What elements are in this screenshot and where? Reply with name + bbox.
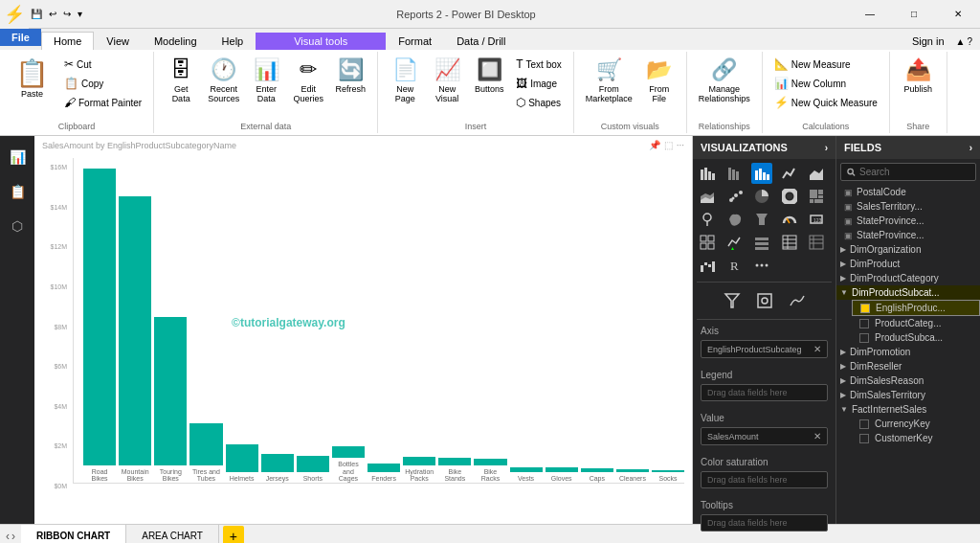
bar-group[interactable]: Bike Racks	[474, 459, 506, 483]
tab-data-drill[interactable]: Data / Drill	[444, 32, 518, 50]
chart-more-icon[interactable]: ···	[677, 140, 684, 150]
axis-field-drop[interactable]: EnglishProductSubcateg ✕	[701, 340, 828, 358]
field-item-salesterritory[interactable]: ▣ SalesTerritory...	[836, 199, 980, 214]
viz-icon-pie[interactable]	[751, 186, 772, 207]
viz-icon-slicer[interactable]	[751, 232, 772, 253]
tab-home[interactable]: Home	[41, 32, 94, 50]
bar-group[interactable]: Shorts	[297, 456, 329, 483]
viz-icon-clustered-bar[interactable]	[751, 163, 772, 184]
group-dimorganization[interactable]: ▶ DimOrganization	[836, 242, 980, 257]
minimize-button[interactable]: —	[848, 0, 892, 29]
cut-button[interactable]: ✂ Cut	[60, 56, 145, 73]
viz-icon-table[interactable]	[779, 232, 800, 253]
field-item-currencykey[interactable]: CurrencyKey	[852, 417, 980, 431]
nav-right-icon[interactable]: ›	[11, 530, 15, 543]
group-dimproductcategory[interactable]: ▶ DimProductCategory	[836, 271, 980, 285]
new-page-button[interactable]: 📄 NewPage	[386, 56, 424, 105]
viz-icon-area[interactable]	[806, 163, 827, 184]
edit-queries-button[interactable]: ✏ EditQueries	[289, 56, 327, 105]
new-measure-button[interactable]: 📐 New Measure	[770, 56, 881, 73]
get-data-button[interactable]: 🗄 GetData	[162, 56, 200, 105]
viz-format-icon[interactable]	[752, 288, 777, 313]
tab-visual-tools[interactable]: Visual tools	[256, 33, 386, 50]
save-icon[interactable]: 💾	[29, 8, 44, 20]
viz-icon-stacked-area[interactable]	[697, 186, 718, 207]
shapes-button[interactable]: ⬡ Shapes	[512, 94, 566, 111]
viz-icon-treemap[interactable]	[806, 186, 827, 207]
add-page-button[interactable]: +	[223, 526, 244, 544]
bar-group[interactable]: Bottles and Cages	[332, 446, 365, 483]
nav-left-icon[interactable]: ‹	[6, 530, 10, 543]
group-dimproductsubcat[interactable]: ▼ DimProductSubcat...	[836, 285, 980, 300]
sidebar-icon-report[interactable]: 📊	[4, 144, 31, 170]
tab-help[interactable]: Help	[210, 32, 256, 50]
viz-icon-donut[interactable]	[779, 186, 800, 207]
tab-view[interactable]: View	[94, 32, 142, 50]
bar-group[interactable]: Helmets	[226, 444, 258, 483]
image-button[interactable]: 🖼 Image	[512, 75, 566, 92]
bar-group[interactable]: Cleaners	[616, 469, 649, 483]
viz-analytics-icon[interactable]	[785, 288, 810, 313]
text-box-button[interactable]: T Text box	[512, 56, 566, 73]
publish-button[interactable]: 📤 Publish	[899, 56, 937, 96]
viz-icon-gauge[interactable]	[779, 209, 800, 230]
bar-group[interactable]: Hydration Packs	[403, 457, 435, 483]
search-input[interactable]	[859, 167, 969, 177]
from-file-button[interactable]: 📂 FromFile	[640, 56, 679, 105]
viz-icon-card[interactable]: 123	[806, 209, 827, 230]
redo-icon[interactable]: ↪	[61, 8, 73, 20]
tooltips-drop[interactable]: Drag data fields here	[701, 514, 828, 532]
format-painter-button[interactable]: 🖌 Format Painter	[60, 94, 145, 111]
sidebar-icon-data[interactable]: 📋	[4, 178, 31, 205]
tab-format[interactable]: Format	[386, 32, 444, 50]
close-button[interactable]: ✕	[936, 0, 980, 29]
field-item-stateprovince2[interactable]: ▣ StateProvince...	[836, 228, 980, 242]
viz-filter-icon[interactable]	[720, 288, 745, 313]
bar-group[interactable]: Fenders	[368, 464, 400, 483]
bar-group[interactable]: Gloves	[546, 467, 578, 483]
viz-icon-scatter[interactable]	[724, 186, 746, 207]
bar-group[interactable]: Tires and Tubes	[189, 423, 222, 483]
new-quick-measure-button[interactable]: ⚡ New Quick Measure	[770, 94, 881, 111]
group-dimproduct[interactable]: ▶ DimProduct	[836, 257, 980, 271]
field-item-englishproduc[interactable]: EnglishProduc...	[852, 300, 980, 316]
field-item-productcateg[interactable]: ProductCateg...	[852, 316, 980, 330]
viz-icon-funnel[interactable]	[751, 209, 772, 230]
field-item-stateprovince1[interactable]: ▣ StateProvince...	[836, 214, 980, 228]
legend-drop[interactable]: Drag data fields here	[701, 384, 828, 401]
group-dimsalesreason[interactable]: ▶ DimSalesReason	[836, 373, 980, 388]
tab-modeling[interactable]: Modeling	[142, 32, 210, 50]
bar-group[interactable]: Caps	[581, 468, 613, 483]
viz-icon-stacked-bar[interactable]	[724, 163, 746, 184]
viz-icon-bar[interactable]	[697, 163, 718, 184]
viz-icon-matrix[interactable]	[806, 232, 827, 253]
copy-button[interactable]: 📋 Copy	[60, 75, 145, 92]
account-up-icon[interactable]: ▲	[956, 36, 966, 47]
group-dimreseller[interactable]: ▶ DimReseller	[836, 359, 980, 373]
value-field-drop[interactable]: SalesAmount ✕	[701, 427, 828, 445]
viz-icon-multi-card[interactable]	[697, 232, 718, 253]
undo-icon[interactable]: ↩	[47, 8, 58, 20]
fields-search[interactable]	[840, 163, 976, 181]
field-item-postalcode[interactable]: ▣ PostalCode	[836, 185, 980, 199]
tab-file[interactable]: File	[0, 29, 41, 46]
fields-panel-arrow[interactable]: ›	[969, 143, 972, 153]
viz-icon-more[interactable]	[751, 255, 772, 276]
new-column-button[interactable]: 📊 New Column	[770, 75, 881, 92]
refresh-button[interactable]: 🔄 Refresh	[331, 56, 369, 96]
tab-area-chart[interactable]: AREA CHART	[126, 525, 219, 543]
tab-ribbon-chart[interactable]: RIBBON CHART	[21, 525, 126, 543]
group-dimsalesterritory[interactable]: ▶ DimSalesTerritory	[836, 388, 980, 402]
bar-group[interactable]: Mountain Bikes	[119, 196, 151, 483]
bar-group[interactable]: Socks	[652, 470, 684, 483]
axis-remove-button[interactable]: ✕	[813, 344, 821, 354]
group-dimpromotion[interactable]: ▶ DimPromotion	[836, 345, 980, 359]
chart-focus-icon[interactable]: ⬚	[664, 140, 673, 150]
chart-pin-icon[interactable]: 📌	[649, 140, 660, 150]
maximize-button[interactable]: □	[892, 0, 936, 29]
paste-button[interactable]: 📋 Paste	[8, 56, 56, 101]
dropdown-arrow-icon[interactable]: ▾	[76, 8, 84, 20]
bar-group[interactable]: Road Bikes	[83, 169, 116, 483]
group-factinternetsales[interactable]: ▼ FactInternetSales	[836, 402, 980, 417]
buttons-button[interactable]: 🔲 Buttons	[470, 56, 508, 96]
